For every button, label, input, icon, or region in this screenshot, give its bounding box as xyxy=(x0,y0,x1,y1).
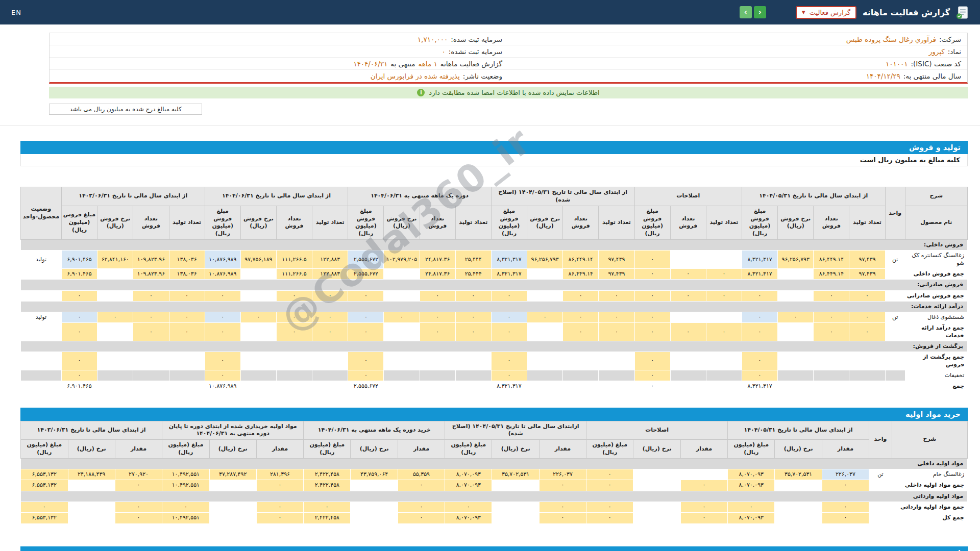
data-cell xyxy=(455,352,491,370)
data-cell: ۰ xyxy=(539,480,586,491)
data-cell: ۰ xyxy=(634,268,670,279)
data-cell: ۲,۵۵۵,۶۷۲ xyxy=(348,268,384,279)
energy-section-bar: انرژی xyxy=(20,546,968,551)
data-cell xyxy=(312,381,348,392)
symbol-value[interactable]: کپرور xyxy=(929,47,945,56)
section-row-label: مواد اولیه داخلی xyxy=(21,458,968,469)
data-cell xyxy=(351,480,398,491)
data-cell: ۰ xyxy=(205,323,240,341)
data-cell: ۸,۰۷۰,۰۹۳ xyxy=(445,480,492,491)
status-cell: تولید xyxy=(21,312,62,323)
data-cell: ۰ xyxy=(133,323,169,341)
data-cell xyxy=(420,381,455,392)
data-cell xyxy=(455,370,491,381)
data-cell: ۰ xyxy=(680,480,727,491)
report-period-row: گزارش فعالیت ماهانه ۱ ماهه منتهی به ۱۴۰۴… xyxy=(50,58,508,70)
data-cell: ۰ xyxy=(133,290,169,301)
issuer-status-value: پذیرفته شده در فرابورس ایران xyxy=(371,72,460,80)
data-cell: ۰ xyxy=(256,480,303,491)
registered-capital-label: سرمایه ثبت شده: xyxy=(451,35,502,43)
data-cell: ۰ xyxy=(586,513,633,523)
company-row: شرکت: فرآوري زغال سنگ پروده طبس xyxy=(508,33,967,45)
data-cell: ۰ xyxy=(586,502,633,513)
data-cell: ۸,۳۲۱,۳۱۷ xyxy=(491,251,527,269)
column-header: مبلغ فروش (میلیون ریال) xyxy=(205,206,240,239)
table-row: زغالسنگ خامتن۲۲۶,۰۳۷۳۵,۷۰۲,۵۳۱۸,۰۷۰,۰۹۳۰… xyxy=(21,469,968,480)
table-row: تخفیفات۰۰۰۰۰۰ xyxy=(21,370,968,381)
data-cell: ۰ xyxy=(586,469,633,480)
data-cell: ۰ xyxy=(706,323,742,341)
data-cell xyxy=(706,381,742,392)
data-cell: ۲۴,۸۱۷.۳۶ xyxy=(420,251,455,269)
data-cell: ۹۷,۷۵۶,۱۸۹ xyxy=(240,251,276,269)
data-cell: ۰ xyxy=(455,312,491,323)
data-cell: ۲,۴۲۲,۴۵۸ xyxy=(304,513,351,523)
data-cell: ۳۷,۲۸۷,۴۹۲ xyxy=(209,469,256,480)
data-cell: ۱۱۱,۲۶۶.۵ xyxy=(276,251,312,269)
data-cell: ۰ xyxy=(634,312,670,323)
data-cell xyxy=(680,469,727,480)
table-row: برگشت از فروش: xyxy=(21,341,968,352)
data-cell xyxy=(775,513,822,523)
data-cell xyxy=(384,323,420,341)
row-label: زغالسنگ خام xyxy=(892,469,967,480)
data-cell: ۰ xyxy=(348,323,384,341)
data-cell xyxy=(633,469,680,480)
data-cell: ۸,۳۲۱,۳۱۷ xyxy=(491,268,527,279)
column-group-header: اصلاحات xyxy=(634,187,742,206)
column-header: مقدار xyxy=(539,440,586,459)
data-cell: ۰ xyxy=(634,290,670,301)
column-header-product-name: نام محصول xyxy=(905,206,967,239)
data-cell xyxy=(133,370,169,381)
row-label: جمع فروش داخلی xyxy=(905,268,967,279)
isic-value: ۱۰۱۰۰۱ xyxy=(886,60,908,68)
column-header: مبلغ (میلیون ریال) xyxy=(304,440,351,459)
column-header: مبلغ فروش (میلیون ریال) xyxy=(61,206,97,239)
data-cell xyxy=(97,323,133,341)
column-header: مبلغ (میلیون ریال) xyxy=(21,440,68,459)
data-cell xyxy=(276,352,312,370)
report-type-button[interactable]: گزارش فعالیت ▼ xyxy=(796,6,856,19)
column-header: نرخ (ریال) xyxy=(68,440,115,459)
data-cell: ۲,۵۵۵,۶۷۲ xyxy=(348,381,384,392)
data-cell: ۱۰۹,۸۲۳.۹۶ xyxy=(133,251,169,269)
data-cell xyxy=(209,513,256,523)
column-header: تعداد تولید xyxy=(849,206,885,239)
data-cell xyxy=(706,251,742,269)
column-header: مبلغ فروش (میلیون ریال) xyxy=(742,206,778,239)
data-cell xyxy=(351,513,398,523)
data-cell: ۰ xyxy=(680,513,727,523)
next-report-button[interactable]: › xyxy=(754,6,766,18)
data-cell xyxy=(97,370,133,381)
data-cell: ۹۶,۲۵۶,۷۹۳ xyxy=(527,251,563,269)
data-cell: ۰ xyxy=(61,370,97,381)
english-language-link[interactable]: EN xyxy=(11,9,21,16)
previous-report-button[interactable]: ‹ xyxy=(740,6,752,18)
data-cell: ۶۲,۸۴۱,۱۶۰ xyxy=(97,251,133,269)
column-header: تعداد تولید xyxy=(169,206,205,239)
registered-capital-row: سرمایه ثبت شده: ۱,۷۱۰,۰۰۰ xyxy=(50,33,508,45)
table-row: جمع برگشت از فروش۰۰۰۰۰۰ xyxy=(21,352,968,370)
data-cell: ۰ xyxy=(61,352,97,370)
data-cell: ۰ xyxy=(539,513,586,523)
data-cell xyxy=(814,352,849,370)
data-cell: ۰ xyxy=(455,290,491,301)
data-cell: ۰ xyxy=(491,312,527,323)
data-cell xyxy=(563,370,599,381)
company-value[interactable]: فرآوري زغال سنگ پروده طبس xyxy=(846,35,936,43)
data-cell: ۱۰۹,۸۲۳.۹۶ xyxy=(133,268,169,279)
symbol-label: نماد: xyxy=(948,47,961,56)
report-navigation: ‹ › xyxy=(740,6,766,18)
data-cell: ۲۷۰,۹۲۰ xyxy=(115,469,162,480)
data-cell xyxy=(670,381,706,392)
data-cell xyxy=(527,370,563,381)
data-cell: ۰ xyxy=(586,480,633,491)
issuer-status-row: وضعیت ناشر: پذیرفته شده در فرابورس ایران xyxy=(50,70,508,82)
row-label: جمع برگشت از فروش xyxy=(905,352,967,370)
topbar: گزارش فعالیت ماهانه گزارش فعالیت ▼ ‹ › E… xyxy=(0,0,980,24)
data-cell xyxy=(633,502,680,513)
data-cell: ۸,۰۷۰,۰۹۳ xyxy=(728,469,775,480)
data-cell: ۰ xyxy=(312,323,348,341)
unit-cell xyxy=(885,323,905,341)
column-group-header: ازابتدای سال مالی تا تاریخ ۱۴۰۴/۰۵/۳۱ (ا… xyxy=(445,421,586,440)
